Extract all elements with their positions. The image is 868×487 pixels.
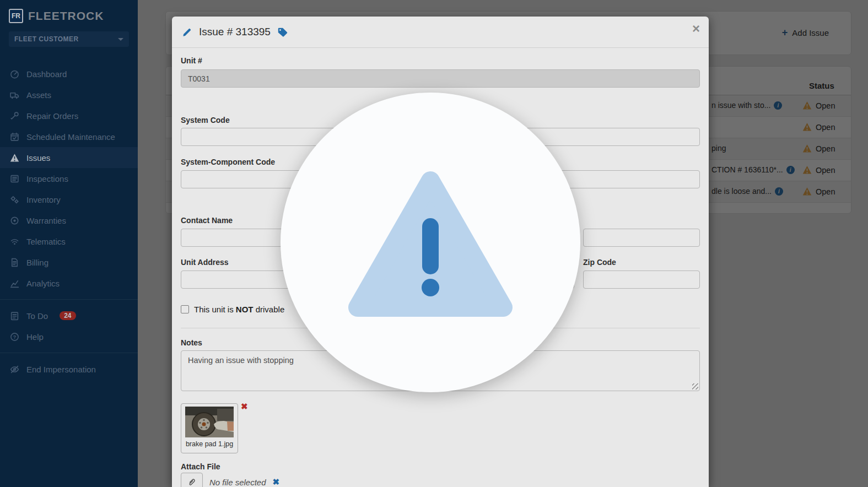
warning-overlay	[281, 93, 580, 392]
app-root: FR FLEETROCK FLEET CUSTOMER DashboardAss…	[0, 0, 868, 487]
warning-triangle-icon	[281, 93, 580, 392]
